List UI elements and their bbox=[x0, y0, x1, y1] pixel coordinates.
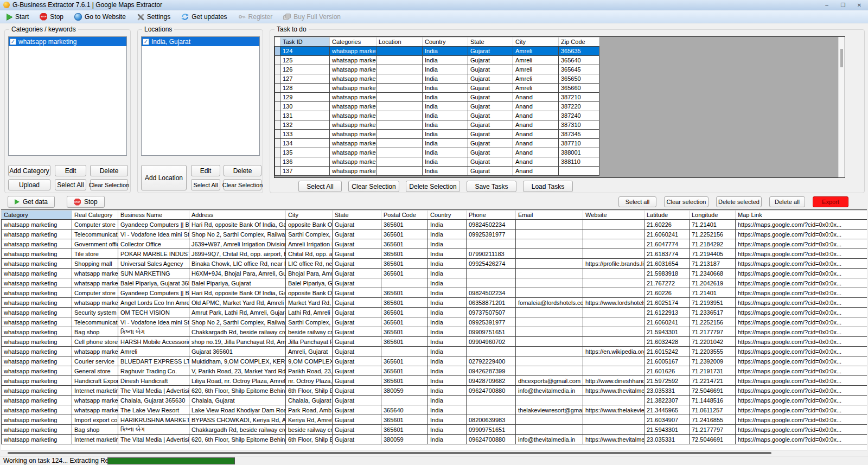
results-cell[interactable]: Chalala, Gujarat bbox=[189, 396, 286, 405]
task-cell[interactable]: 387710 bbox=[559, 139, 599, 148]
results-cell[interactable] bbox=[516, 347, 583, 356]
results-cell[interactable]: Gujarat bbox=[333, 269, 381, 278]
task-cell[interactable]: Gujarat bbox=[468, 93, 513, 102]
results-cell[interactable] bbox=[516, 308, 583, 317]
load-tasks-button[interactable]: Load Tasks bbox=[523, 181, 573, 192]
checkbox-checked-icon[interactable]: ✓ bbox=[10, 39, 16, 45]
results-cell[interactable]: https://maps.google.com/?cid=0x0:0x... bbox=[736, 220, 867, 230]
results-cell[interactable] bbox=[583, 220, 644, 230]
results-cell[interactable]: whatsapp marketing bbox=[2, 415, 72, 425]
results-cell[interactable]: https://maps.google.com/?cid=0x0:0x... bbox=[736, 435, 867, 444]
results-row[interactable]: whatsapp marketingBag shopક્રિષ્ના બેગCh… bbox=[2, 425, 867, 435]
task-cell[interactable]: whatsapp marketi... bbox=[330, 148, 376, 157]
results-cell[interactable]: Chital Rd, opp. ai... bbox=[286, 249, 333, 259]
results-cell[interactable]: India bbox=[428, 239, 467, 249]
task-cell[interactable] bbox=[376, 139, 423, 148]
results-row[interactable]: whatsapp marketingCell phone storeHARSH … bbox=[2, 337, 867, 347]
results-cell[interactable]: OM TECH VISION bbox=[118, 308, 189, 317]
results-cell[interactable]: https://profile.brands.live/dgcard/univ.… bbox=[583, 259, 644, 269]
buy-full-version-button[interactable]: Buy Full Version bbox=[283, 13, 341, 21]
results-cell[interactable] bbox=[381, 396, 428, 405]
results-cell[interactable]: India bbox=[428, 405, 467, 415]
results-cell[interactable]: https://maps.google.com/?cid=0x0:0x... bbox=[736, 405, 867, 415]
results-column-header[interactable]: Category bbox=[2, 211, 72, 220]
register-button[interactable]: Register bbox=[238, 13, 273, 21]
results-cell[interactable]: 71.2214721 bbox=[690, 376, 736, 386]
task-cell[interactable]: 130 bbox=[280, 102, 330, 111]
results-cell[interactable]: whatsapp marketing bbox=[2, 259, 72, 269]
task-cell[interactable]: whatsapp marketi... bbox=[330, 47, 376, 56]
task-cell[interactable]: India bbox=[423, 148, 468, 157]
task-cell[interactable]: India bbox=[423, 102, 468, 111]
results-cell[interactable]: whatsapp marketing bbox=[2, 327, 72, 337]
results-cell[interactable]: Telecommunicati... bbox=[72, 230, 118, 239]
task-cell[interactable]: 125 bbox=[280, 56, 330, 65]
results-cell[interactable]: Gujarat bbox=[333, 288, 381, 298]
task-vertical-scrollbar[interactable] bbox=[838, 37, 845, 177]
results-cell[interactable]: https://www.lordshotels.com/hotels/a... bbox=[583, 298, 644, 308]
results-cell[interactable]: ક્રિષ્ના બેગ bbox=[118, 425, 189, 435]
delete-category-button[interactable]: Delete bbox=[90, 165, 128, 176]
results-cell[interactable]: Parikh Road, 23, ... bbox=[286, 366, 333, 376]
results-cell[interactable]: Lathi Rd, Amreli bbox=[286, 308, 333, 317]
results-cell[interactable]: Security system i... bbox=[72, 308, 118, 317]
results-cell[interactable]: 09824502234 bbox=[467, 288, 516, 298]
task-cell[interactable]: 388110 bbox=[559, 157, 599, 167]
results-cell[interactable]: Gujarat bbox=[333, 356, 381, 366]
results-cell[interactable]: Sarthi Complex, ... bbox=[286, 230, 333, 239]
results-cell[interactable]: 71.1448516 bbox=[690, 396, 736, 405]
results-column-header[interactable]: Address bbox=[189, 211, 286, 220]
results-cell[interactable]: Bag shop bbox=[72, 425, 118, 435]
results-cell[interactable]: Dinesh Handicraft bbox=[118, 376, 189, 386]
results-cell[interactable]: 9,OM COMPLEX,... bbox=[286, 356, 333, 366]
results-cell[interactable]: SUN MARKETING bbox=[118, 269, 189, 278]
task-row[interactable]: 136whatsapp marketi...IndiaGujaratAnand3… bbox=[275, 157, 599, 167]
results-cell[interactable]: 21.60226 bbox=[644, 288, 690, 298]
results-row[interactable]: whatsapp marketingwhatsapp marketi...Bal… bbox=[2, 278, 867, 288]
results-cell[interactable] bbox=[583, 396, 644, 405]
results-horizontal-scrollbar[interactable] bbox=[1, 450, 867, 456]
task-cell[interactable]: 137 bbox=[280, 167, 330, 176]
results-cell[interactable]: https://maps.google.com/?cid=0x0:0x... bbox=[736, 278, 867, 288]
results-cell[interactable]: Vi - Vodafone Idea mini Store bbox=[118, 317, 189, 327]
results-cell[interactable] bbox=[583, 288, 644, 298]
task-cell[interactable]: Amreli bbox=[513, 74, 559, 84]
task-cell[interactable]: India bbox=[423, 130, 468, 139]
results-cell[interactable]: 71.2194405 bbox=[690, 249, 736, 259]
results-cell[interactable]: India bbox=[428, 220, 467, 230]
results-row[interactable]: whatsapp marketingInternet marketin...Th… bbox=[2, 435, 867, 444]
results-cell[interactable]: Computer store bbox=[72, 220, 118, 230]
task-cell[interactable]: 388001 bbox=[559, 148, 599, 157]
results-cell[interactable]: 08200639983 bbox=[467, 415, 516, 425]
category-list-item[interactable]: ✓ whatsapp marketing bbox=[9, 37, 126, 46]
results-cell[interactable] bbox=[583, 415, 644, 425]
results-cell[interactable]: 365601 bbox=[381, 337, 428, 347]
results-cell[interactable] bbox=[516, 249, 583, 259]
results-cell[interactable]: https://maps.google.com/?cid=0x0:0x... bbox=[736, 259, 867, 269]
results-row[interactable]: whatsapp marketingBag shopક્રિષ્ના બેગCh… bbox=[2, 327, 867, 337]
task-cell[interactable]: Anand bbox=[513, 102, 559, 111]
results-cell[interactable]: Internet marketin... bbox=[72, 386, 118, 396]
results-cell[interactable]: Gujarat bbox=[333, 376, 381, 386]
results-cell[interactable]: Shopping mall bbox=[72, 259, 118, 269]
row-header-stub[interactable] bbox=[275, 139, 280, 148]
task-column-header[interactable]: Country bbox=[423, 37, 468, 47]
task-cell[interactable]: 132 bbox=[280, 120, 330, 130]
results-cell[interactable]: Muktidham, 9,OM COMPLEX, KERIYA... bbox=[189, 356, 286, 366]
results-cell[interactable]: Gujarat bbox=[333, 347, 381, 356]
results-cell[interactable]: 71.213187 bbox=[690, 259, 736, 269]
results-cell[interactable]: 21.6122913 bbox=[644, 308, 690, 317]
results-cell[interactable] bbox=[516, 317, 583, 327]
task-cell[interactable]: 387310 bbox=[559, 120, 599, 130]
results-cell[interactable]: whatsapp marketing bbox=[2, 288, 72, 298]
scrollbar-thumb[interactable] bbox=[840, 49, 843, 67]
results-cell[interactable]: Telecommunicati... bbox=[72, 317, 118, 327]
results-cell[interactable]: India bbox=[428, 308, 467, 317]
task-cell[interactable]: Anand bbox=[513, 93, 559, 102]
task-row[interactable]: 134whatsapp marketi...IndiaGujaratAnand3… bbox=[275, 139, 599, 148]
row-header-stub[interactable] bbox=[275, 157, 280, 167]
results-cell[interactable]: 380059 bbox=[381, 386, 428, 396]
results-cell[interactable]: 71.2252156 bbox=[690, 230, 736, 239]
row-header-stub[interactable] bbox=[275, 84, 280, 93]
results-cell[interactable]: 6th Floor, Shilp E... bbox=[286, 386, 333, 396]
